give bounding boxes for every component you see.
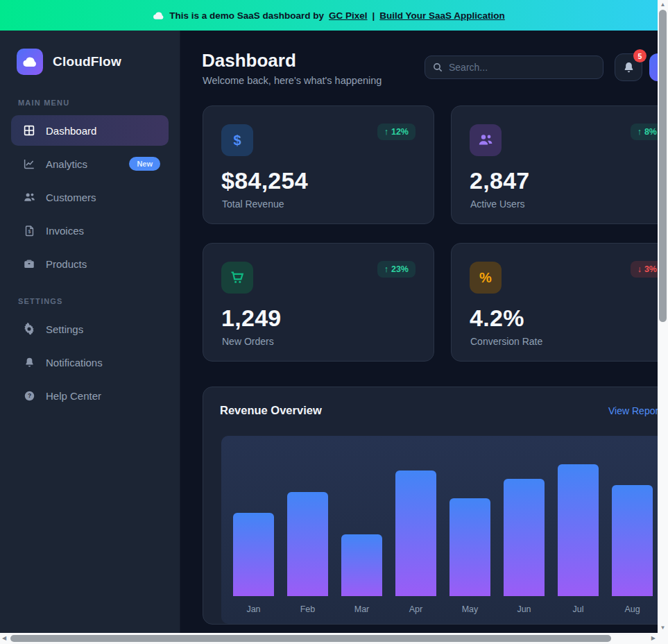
cloud-logo-icon	[17, 49, 43, 75]
banner-separator: |	[372, 10, 375, 21]
bar-mar	[341, 534, 382, 596]
vertical-scrollbar-thumb[interactable]	[659, 10, 667, 322]
dollar-icon: $	[221, 124, 253, 156]
sidebar-item-label: Customers	[46, 192, 96, 203]
stat-value: $84,254	[221, 167, 308, 194]
arrow-down-icon: ↓	[637, 264, 642, 274]
new-badge: New	[129, 157, 160, 171]
x-tick-label: Mar	[341, 604, 382, 614]
bar-feb	[287, 492, 328, 596]
x-tick-label: Feb	[287, 604, 328, 614]
banner-link-build[interactable]: Build Your SaaS Application	[379, 10, 505, 21]
search-input[interactable]	[449, 62, 596, 73]
stat-value: 2,847	[470, 167, 530, 194]
revenue-bar-chart: Jan Feb Mar Apr May Jun Jul Aug	[221, 436, 668, 624]
bar-aug	[612, 485, 653, 596]
stat-card-conversion-rate: % ↓3% 4.2% Conversion Rate	[451, 243, 668, 362]
grid-icon	[22, 124, 36, 137]
stat-card-new-orders: ↑23% 1,249 New Orders	[203, 243, 434, 362]
horizontal-scrollbar[interactable]: ◀ ▶	[0, 633, 658, 644]
sidebar-item-settings[interactable]: Settings	[11, 314, 169, 344]
scroll-up-arrow[interactable]: ▲	[660, 2, 666, 8]
line-chart-icon	[22, 157, 36, 171]
stat-label: Total Revenue	[222, 198, 284, 210]
cloud-emoji-icon	[153, 11, 164, 20]
demo-banner: This is a demo SaaS dashboard by GC Pixe…	[0, 0, 658, 31]
x-tick-label: Jun	[504, 604, 545, 614]
page-title: Dashboard	[202, 50, 296, 71]
section-label-settings: SETTINGS	[11, 297, 169, 305]
sidebar-item-label: Products	[46, 258, 87, 270]
bar-jul	[558, 464, 599, 596]
stat-value: 4.2%	[470, 305, 524, 332]
scrollbar-corner	[658, 633, 668, 644]
cart-icon	[221, 262, 253, 294]
users-icon	[22, 190, 36, 204]
scroll-down-arrow[interactable]: ▼	[660, 625, 666, 631]
sidebar-item-help-center[interactable]: ? Help Center	[11, 380, 169, 411]
sidebar-item-label: Invoices	[46, 225, 84, 237]
users-icon	[470, 124, 502, 156]
app-name: CloudFlow	[53, 54, 121, 69]
stat-label: New Orders	[222, 336, 274, 347]
arrow-up-icon: ↑	[637, 127, 642, 137]
vertical-scrollbar[interactable]: ▲ ▼	[658, 0, 668, 633]
sidebar-item-dashboard[interactable]: Dashboard	[11, 115, 169, 146]
scroll-left-arrow[interactable]: ◀	[2, 636, 6, 641]
sidebar-item-notifications[interactable]: Notifications	[11, 347, 169, 378]
svg-text:$: $	[28, 229, 31, 235]
page-subtitle: Welcome back, here's what's happening	[203, 75, 382, 86]
stat-card-active-users: ↑8% 2,847 Active Users	[451, 105, 668, 224]
svg-text:?: ?	[27, 392, 31, 399]
notifications-button[interactable]: 5	[615, 53, 642, 81]
sidebar-item-products[interactable]: Products	[11, 248, 169, 279]
app-logo: CloudFlow	[11, 49, 169, 75]
sidebar-item-label: Notifications	[46, 357, 103, 368]
sidebar: CloudFlow MAIN MENU Dashboard Analytics …	[0, 31, 180, 633]
x-tick-label: Apr	[395, 604, 436, 614]
gear-icon	[22, 322, 36, 336]
sidebar-item-invoices[interactable]: $ Invoices	[11, 215, 169, 246]
app-window: This is a demo SaaS dashboard by GC Pixe…	[0, 0, 668, 644]
invoice-icon: $	[22, 223, 36, 237]
sidebar-item-customers[interactable]: Customers	[11, 182, 169, 212]
stat-label: Conversion Rate	[470, 336, 542, 347]
x-tick-label: Aug	[612, 604, 653, 614]
arrow-up-icon: ↑	[384, 264, 388, 274]
banner-text: This is a demo SaaS dashboard by	[169, 10, 324, 21]
bar-jan	[233, 513, 274, 596]
stat-value: 1,249	[221, 305, 282, 332]
change-badge: ↑12%	[377, 124, 416, 140]
box-icon	[22, 257, 36, 271]
search-icon	[432, 62, 443, 73]
scroll-right-arrow[interactable]: ▶	[651, 636, 656, 641]
horizontal-scrollbar-thumb[interactable]	[10, 635, 611, 642]
revenue-overview-card: Revenue Overview View Report Jan Feb Mar…	[203, 387, 668, 625]
chart-title: Revenue Overview	[220, 404, 322, 417]
sidebar-item-analytics[interactable]: Analytics New	[11, 149, 169, 179]
percent-icon: %	[470, 262, 502, 294]
view-report-link[interactable]: View Report	[608, 405, 661, 416]
bell-icon	[22, 355, 36, 369]
sidebar-item-label: Help Center	[46, 390, 101, 402]
bar-apr	[395, 471, 436, 596]
x-tick-label: May	[449, 604, 490, 614]
bar-may	[449, 498, 490, 596]
search-box	[425, 56, 603, 79]
help-icon: ?	[22, 389, 36, 402]
sidebar-item-label: Dashboard	[46, 125, 96, 137]
sidebar-item-label: Analytics	[46, 158, 87, 170]
stat-label: Active Users	[470, 198, 525, 210]
x-tick-label: Jul	[558, 604, 599, 614]
bar-jun	[504, 479, 545, 596]
change-badge: ↑23%	[377, 261, 416, 278]
sidebar-item-label: Settings	[46, 323, 83, 335]
notification-count-badge: 5	[633, 49, 646, 62]
arrow-up-icon: ↑	[384, 127, 388, 137]
stat-card-total-revenue: $ ↑12% $84,254 Total Revenue	[203, 105, 434, 224]
x-tick-label: Jan	[233, 604, 274, 614]
section-label-main-menu: MAIN MENU	[11, 99, 169, 107]
banner-link-gcpixel[interactable]: GC Pixel	[329, 10, 368, 21]
